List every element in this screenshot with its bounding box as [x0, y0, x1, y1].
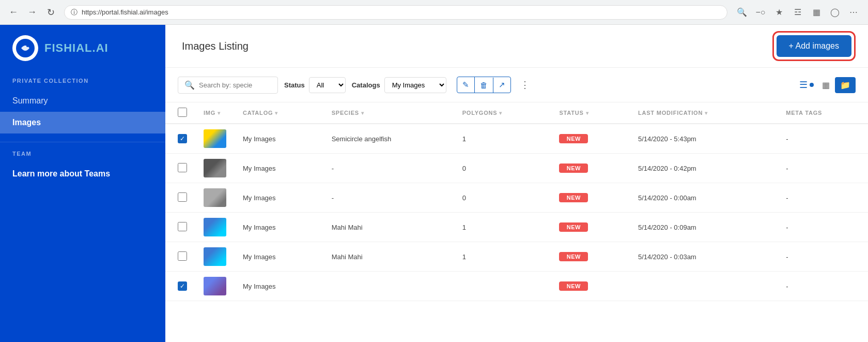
checked-checkbox[interactable]: ✓ — [178, 134, 187, 143]
profile-icon[interactable]: ◯ — [827, 4, 843, 21]
species-sort[interactable]: SPECIES — [332, 110, 364, 116]
row-meta-cell: - — [778, 183, 868, 213]
list-lines-icon: ☰ — [799, 79, 808, 91]
checked-checkbox[interactable]: ✓ — [178, 281, 187, 291]
img-sort[interactable]: IMG — [204, 110, 221, 116]
zoom-out-icon[interactable]: −○ — [752, 4, 769, 21]
table-body: ✓ My Images Semicircle angelfish 1 NEW 5… — [165, 124, 868, 301]
status-badge: NEW — [559, 134, 588, 143]
th-catalog: CATALOG — [235, 102, 323, 124]
catalog-sort[interactable]: CATALOG — [243, 110, 278, 116]
list-active-dot — [810, 83, 814, 87]
row-status-cell: NEW — [551, 272, 630, 301]
edit-button[interactable]: ✎ — [457, 77, 475, 93]
action-buttons: ✎ 🗑 ↗ — [457, 77, 511, 93]
bookmark-manager-icon[interactable]: ☲ — [789, 4, 806, 21]
row-thumbnail — [204, 159, 226, 177]
row-checkbox[interactable] — [178, 163, 187, 172]
row-catalog-cell: My Images — [235, 124, 323, 154]
row-species-cell: - — [323, 183, 454, 213]
add-images-wrapper: + Add images — [777, 35, 851, 57]
grid-view-button[interactable]: ▦ — [819, 77, 833, 93]
folder-view-button[interactable]: 📁 — [835, 77, 856, 93]
row-checkbox-cell — [165, 213, 195, 242]
row-meta-cell: - — [778, 213, 868, 242]
polygons-sort[interactable]: POLYGONS — [462, 110, 503, 116]
table-header: IMG CATALOG SPECIES POLYGONS STATUS LAST… — [165, 102, 868, 124]
list-view-button[interactable]: ☰ — [796, 76, 817, 94]
status-select[interactable]: All — [309, 77, 346, 93]
row-thumbnail — [204, 247, 226, 266]
row-species-cell: Mahi Mahi — [323, 213, 454, 242]
status-badge: NEW — [559, 193, 588, 202]
row-polygons-cell: 1 — [454, 213, 551, 242]
row-thumbnail — [204, 277, 226, 295]
row-img-cell — [195, 213, 235, 242]
row-checkbox-cell — [165, 154, 195, 183]
status-sort[interactable]: STATUS — [559, 110, 588, 116]
row-lastmod-cell: 5/14/2020 - 0:09am — [630, 213, 778, 242]
row-checkbox[interactable] — [178, 222, 187, 231]
page-header: Images Listing + Add images — [165, 25, 868, 68]
th-polygons: POLYGONS — [454, 102, 551, 124]
row-lastmod-cell: 5/14/2020 - 0:42pm — [630, 154, 778, 183]
row-status-cell: NEW — [551, 154, 630, 183]
row-catalog-cell: My Images — [235, 213, 323, 242]
share-button[interactable]: ↗ — [493, 77, 510, 93]
browser-nav: ← → ↻ — [6, 5, 58, 20]
row-lastmod-cell — [630, 272, 778, 301]
search-input[interactable] — [199, 81, 271, 89]
th-meta-tags: META TAGS — [778, 102, 868, 124]
row-checkbox-cell — [165, 183, 195, 213]
select-all-checkbox[interactable] — [178, 108, 187, 117]
row-img-cell — [195, 183, 235, 213]
sidebar-item-summary[interactable]: Summary — [0, 90, 165, 112]
row-meta-cell: - — [778, 124, 868, 154]
more-actions-button[interactable]: ⋮ — [517, 77, 533, 93]
row-meta-cell: - — [778, 242, 868, 272]
learn-more-teams[interactable]: Learn more about Teams — [0, 163, 165, 185]
search-browser-icon[interactable]: 🔍 — [734, 4, 750, 21]
row-catalog-cell: My Images — [235, 242, 323, 272]
sidebar: FISHIAL.AI PRIVATE COLLECTION Summary Im… — [0, 25, 165, 342]
delete-button[interactable]: 🗑 — [475, 78, 493, 93]
grid-icon[interactable]: ▦ — [808, 4, 825, 21]
bookmark-icon[interactable]: ★ — [771, 4, 787, 21]
sidebar-divider — [0, 142, 165, 142]
row-checkbox[interactable] — [178, 251, 187, 261]
row-checkbox[interactable] — [178, 192, 187, 202]
row-img-cell — [195, 272, 235, 301]
row-polygons-cell: 1 — [454, 242, 551, 272]
main-content: Images Listing + Add images 🔍 Status All… — [165, 25, 868, 342]
table-wrapper: IMG CATALOG SPECIES POLYGONS STATUS LAST… — [165, 102, 868, 342]
table-row: My Images - 0 NEW 5/14/2020 - 0:42pm - — [165, 154, 868, 183]
table-controls: 🔍 Status All Catalogs My Images ✎ 🗑 ↗ — [165, 68, 868, 102]
sidebar-item-images[interactable]: Images — [0, 112, 165, 133]
row-polygons-cell: 1 — [454, 124, 551, 154]
svg-point-1 — [26, 45, 28, 47]
table-row: ✓ My Images NEW - — [165, 272, 868, 301]
add-images-button[interactable]: + Add images — [777, 35, 851, 57]
row-catalog-cell: My Images — [235, 272, 323, 301]
reload-button[interactable]: ↻ — [43, 5, 58, 20]
more-options-icon[interactable]: ⋯ — [845, 4, 862, 21]
security-icon: ⓘ — [71, 8, 78, 17]
th-species: SPECIES — [323, 102, 454, 124]
forward-button[interactable]: → — [25, 5, 39, 20]
row-polygons-cell: 0 — [454, 154, 551, 183]
logo-icon — [12, 35, 38, 61]
row-img-cell — [195, 242, 235, 272]
row-img-cell — [195, 124, 235, 154]
th-checkbox — [165, 102, 195, 124]
row-status-cell: NEW — [551, 242, 630, 272]
th-status: STATUS — [551, 102, 630, 124]
back-button[interactable]: ← — [6, 5, 21, 20]
address-bar[interactable]: ⓘ https://portal.fishial.ai/images — [64, 5, 727, 20]
search-box[interactable]: 🔍 — [178, 77, 278, 94]
row-lastmod-cell: 5/14/2020 - 0:00am — [630, 183, 778, 213]
last-mod-sort[interactable]: LAST MODIFICATION — [638, 110, 708, 116]
catalogs-select[interactable]: My Images — [384, 77, 446, 93]
row-lastmod-cell: 5/14/2020 - 5:43pm — [630, 124, 778, 154]
th-last-mod: LAST MODIFICATION — [630, 102, 778, 124]
row-meta-cell: - — [778, 272, 868, 301]
